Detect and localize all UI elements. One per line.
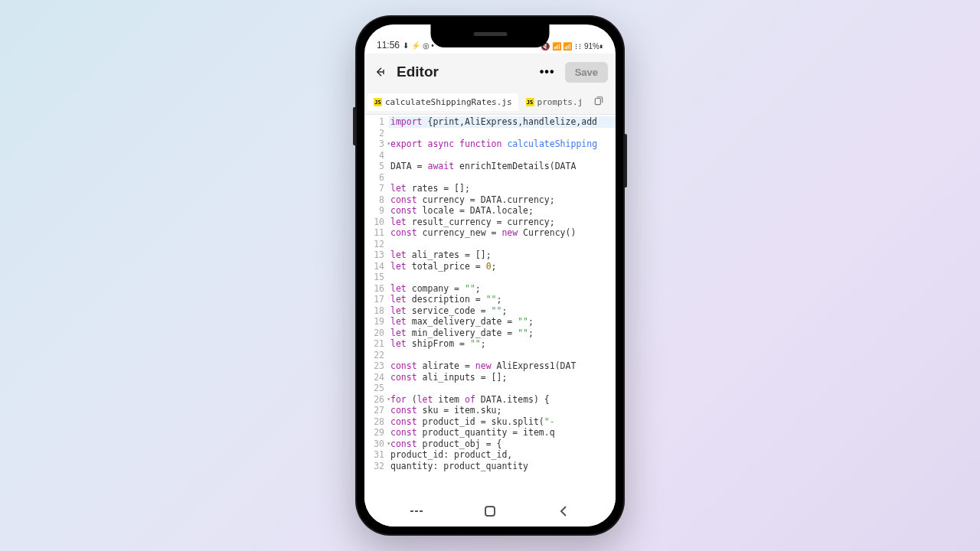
code-line[interactable]: const alirate = new AliExpress1(DAT bbox=[389, 360, 616, 372]
code-editor[interactable]: 123▾456789101112131415161718192021222324… bbox=[364, 115, 616, 496]
code-line[interactable] bbox=[389, 150, 616, 161]
line-number: 30▾ bbox=[366, 439, 384, 450]
code-line[interactable]: const currency = DATA.currency; bbox=[389, 194, 616, 206]
code-line[interactable]: let max_delivery_date = ""; bbox=[389, 316, 616, 328]
line-number: 12 bbox=[366, 239, 384, 250]
code-line[interactable] bbox=[389, 128, 616, 139]
line-number: 5 bbox=[366, 161, 384, 172]
line-number: 22 bbox=[366, 350, 384, 361]
code-line[interactable] bbox=[389, 172, 616, 184]
code-line[interactable]: const locale = DATA.locale; bbox=[389, 205, 616, 217]
nav-back[interactable] bbox=[541, 502, 586, 520]
line-number: 15 bbox=[366, 272, 384, 283]
line-number: 1 bbox=[366, 116, 384, 128]
line-number: 7 bbox=[366, 183, 384, 194]
line-number: 26▾ bbox=[366, 394, 384, 406]
status-right-icons: 🔇 📶 📶 ⫶⫶ 91%▮ bbox=[541, 42, 603, 51]
android-nav-bar bbox=[364, 496, 616, 527]
code-line[interactable]: DATA = await enrichItemDetails(DATA bbox=[389, 161, 616, 172]
code-line[interactable]: let company = ""; bbox=[389, 283, 616, 295]
tab-calculate-shipping[interactable]: JS calculateShippingRates.js bbox=[368, 93, 518, 111]
line-number: 32 bbox=[366, 461, 384, 472]
code-line[interactable] bbox=[389, 383, 616, 394]
status-time: 11:56 bbox=[377, 40, 400, 51]
code-line[interactable]: let ali_rates = []; bbox=[389, 249, 616, 261]
line-number: 31 bbox=[366, 449, 384, 461]
line-number: 13 bbox=[366, 249, 384, 261]
line-number: 24 bbox=[366, 372, 384, 383]
line-number: 6 bbox=[366, 172, 384, 184]
code-line[interactable]: const currency_new = new Currency() bbox=[389, 227, 616, 239]
code-line[interactable]: product_id: product_id, bbox=[389, 449, 616, 461]
code-line[interactable] bbox=[389, 272, 616, 283]
line-number: 3▾ bbox=[366, 139, 384, 150]
line-number: 20 bbox=[366, 328, 384, 339]
notch bbox=[431, 24, 550, 47]
svg-rect-4 bbox=[485, 507, 495, 516]
status-left-icons: ⬇ ⚡ ◎ • bbox=[403, 41, 434, 50]
line-number: 8 bbox=[366, 194, 384, 206]
code-line[interactable]: let min_delivery_date = ""; bbox=[389, 328, 616, 339]
code-line[interactable]: const product_id = sku.split("- bbox=[389, 416, 616, 428]
fold-marker-icon[interactable]: ▾ bbox=[387, 439, 390, 450]
code-line[interactable]: let result_currency = currency; bbox=[389, 217, 616, 228]
back-button[interactable] bbox=[372, 63, 390, 81]
line-number: 16 bbox=[366, 283, 384, 295]
code-line[interactable]: quantity: product_quantity bbox=[389, 461, 616, 472]
fold-marker-icon[interactable]: ▾ bbox=[387, 394, 390, 406]
code-line[interactable] bbox=[389, 239, 616, 250]
line-number: 25 bbox=[366, 383, 384, 394]
phone-frame: 11:56 ⬇ ⚡ ◎ • 🔇 📶 📶 ⫶⫶ 91%▮ Editor ••• S… bbox=[355, 15, 625, 536]
code-line[interactable]: import {print,AliExpress,handlelize,add bbox=[389, 116, 616, 128]
code-content[interactable]: import {print,AliExpress,handlelize,adde… bbox=[389, 115, 616, 496]
line-number: 11 bbox=[366, 227, 384, 239]
line-number: 28 bbox=[366, 416, 384, 428]
line-number: 10 bbox=[366, 217, 384, 228]
nav-home[interactable] bbox=[467, 502, 513, 520]
status-right: 🔇 📶 📶 ⫶⫶ 91%▮ bbox=[541, 42, 603, 51]
code-line[interactable]: let total_price = 0; bbox=[389, 261, 616, 272]
tab-label: calculateShippingRates.js bbox=[385, 97, 512, 107]
svg-rect-0 bbox=[596, 98, 601, 104]
line-number: 27 bbox=[366, 405, 384, 416]
fold-marker-icon[interactable]: ▾ bbox=[387, 139, 390, 150]
save-button[interactable]: Save bbox=[565, 62, 608, 83]
line-number: 2 bbox=[366, 128, 384, 139]
nav-recents[interactable] bbox=[394, 502, 439, 520]
code-line[interactable]: for (let item of DATA.items) { bbox=[389, 394, 616, 406]
more-button[interactable]: ••• bbox=[536, 60, 559, 83]
line-number: 19 bbox=[366, 316, 384, 328]
js-icon: JS bbox=[374, 98, 382, 106]
line-number: 14 bbox=[366, 261, 384, 272]
line-number: 29 bbox=[366, 427, 384, 439]
code-line[interactable]: let shipFrom = ""; bbox=[389, 338, 616, 350]
tabs-bar: JS calculateShippingRates.js JS prompts.… bbox=[364, 90, 616, 115]
line-number: 9 bbox=[366, 205, 384, 217]
tab-prompts[interactable]: JS prompts.j bbox=[520, 93, 590, 111]
app-header: Editor ••• Save bbox=[364, 54, 616, 90]
tab-label: prompts.j bbox=[537, 97, 583, 107]
code-line[interactable]: export async function calculateShipping bbox=[389, 139, 616, 150]
line-gutter: 123▾456789101112131415161718192021222324… bbox=[364, 115, 389, 496]
new-tab-button[interactable] bbox=[593, 96, 604, 109]
line-number: 18 bbox=[366, 305, 384, 317]
code-line[interactable]: let service_code = ""; bbox=[389, 305, 616, 317]
phone-screen: 11:56 ⬇ ⚡ ◎ • 🔇 📶 📶 ⫶⫶ 91%▮ Editor ••• S… bbox=[364, 24, 616, 527]
code-line[interactable]: const product_obj = { bbox=[389, 439, 616, 450]
code-line[interactable]: const ali_inputs = []; bbox=[389, 372, 616, 383]
line-number: 23 bbox=[366, 360, 384, 372]
line-number: 17 bbox=[366, 294, 384, 305]
code-line[interactable]: let description = ""; bbox=[389, 294, 616, 305]
line-number: 21 bbox=[366, 338, 384, 350]
code-line[interactable] bbox=[389, 350, 616, 361]
js-icon: JS bbox=[526, 98, 534, 106]
line-number: 4 bbox=[366, 150, 384, 161]
code-line[interactable]: const sku = item.sku; bbox=[389, 405, 616, 416]
code-line[interactable]: let rates = []; bbox=[389, 183, 616, 194]
status-left: 11:56 ⬇ ⚡ ◎ • bbox=[377, 40, 434, 51]
code-line[interactable]: const product_quantity = item.q bbox=[389, 427, 616, 439]
page-title: Editor bbox=[397, 64, 530, 80]
